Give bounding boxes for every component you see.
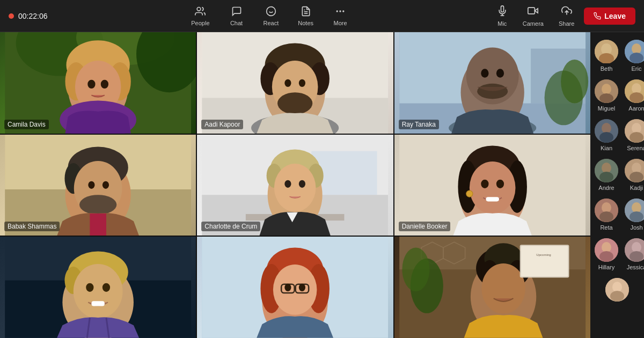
sidebar-participant-miguel[interactable]: Miguel bbox=[592, 77, 620, 114]
svg-rect-123 bbox=[521, 246, 568, 277]
sidebar-row-1: Beth Eric bbox=[592, 36, 642, 75]
chat-icon bbox=[231, 6, 242, 18]
nav-people-label: People bbox=[191, 20, 209, 26]
svg-point-61 bbox=[103, 181, 109, 188]
nav-chat[interactable]: Chat bbox=[222, 3, 252, 30]
avatar-eric bbox=[625, 40, 644, 63]
sidebar-participant-aaron[interactable]: Aaron bbox=[623, 77, 644, 114]
mic-label: Mic bbox=[497, 20, 507, 27]
svg-point-132 bbox=[602, 84, 611, 94]
sidebar-participant-hillary[interactable]: Hillary bbox=[592, 236, 620, 273]
svg-point-46 bbox=[496, 69, 503, 77]
sidebar-participant-kian[interactable]: Kian bbox=[592, 117, 620, 153]
svg-point-136 bbox=[630, 92, 643, 103]
video-cell-bottom2[interactable] bbox=[197, 237, 393, 338]
nav-notes[interactable]: Notes bbox=[290, 3, 321, 30]
sidebar-row-3: Kian Serena bbox=[592, 116, 642, 155]
svg-point-59 bbox=[79, 195, 116, 215]
svg-point-24 bbox=[101, 80, 108, 89]
svg-point-121 bbox=[481, 263, 525, 314]
avatar-kian bbox=[595, 119, 618, 143]
sidebar-participant-kadji[interactable]: Kadji bbox=[623, 157, 644, 193]
video-cell-danielle[interactable]: Danielle Booker bbox=[394, 135, 590, 236]
video-cell-camila[interactable]: Camila Davis bbox=[0, 32, 196, 134]
avatar-jessica bbox=[625, 238, 644, 262]
participant-name-aadi: Aadi Kapoor bbox=[201, 120, 243, 129]
leave-button[interactable]: Leave bbox=[584, 8, 635, 25]
sidebar-name-serena: Serena bbox=[627, 145, 644, 151]
svg-point-151 bbox=[599, 211, 613, 222]
svg-rect-82 bbox=[486, 197, 499, 201]
svg-point-83 bbox=[481, 179, 488, 188]
sidebar-participant-josh[interactable]: Josh bbox=[623, 196, 644, 233]
nav-react-label: React bbox=[264, 20, 279, 26]
svg-point-23 bbox=[87, 80, 95, 89]
svg-point-44 bbox=[477, 84, 508, 99]
sidebar-participant-beth[interactable]: Beth bbox=[592, 38, 620, 74]
nav-center: People Chat React bbox=[184, 3, 355, 30]
video-cell-bottom1[interactable] bbox=[0, 237, 196, 338]
svg-point-160 bbox=[630, 251, 643, 262]
sidebar-participant-eric[interactable]: Eric bbox=[623, 38, 644, 74]
nav-people[interactable]: People bbox=[184, 3, 217, 30]
sidebar-row-2: Miguel Aaron bbox=[592, 76, 642, 115]
svg-rect-12 bbox=[528, 8, 535, 14]
participants-sidebar: Beth Eric bbox=[590, 32, 644, 338]
svg-point-1 bbox=[267, 6, 276, 16]
video-cell-aadi[interactable]: Aadi Kapoor bbox=[197, 32, 393, 134]
participant-name-danielle: Danielle Booker bbox=[399, 222, 451, 231]
avatar-beth bbox=[595, 40, 618, 63]
avatar-extra bbox=[605, 278, 629, 302]
svg-point-154 bbox=[630, 211, 643, 222]
sidebar-row-5: Reta Josh bbox=[592, 195, 642, 234]
sidebar-name-beth: Beth bbox=[601, 65, 613, 72]
sidebar-name-kian: Kian bbox=[601, 145, 612, 151]
nav-chat-label: Chat bbox=[230, 20, 243, 26]
timer-area: 00:22:06 bbox=[9, 12, 48, 20]
sidebar-row-7 bbox=[592, 275, 642, 307]
sidebar-participant-reta[interactable]: Reta bbox=[592, 196, 620, 233]
camera-button[interactable]: Camera bbox=[517, 2, 549, 30]
sidebar-participant-jessica[interactable]: Jessica bbox=[623, 236, 644, 273]
svg-point-91 bbox=[74, 264, 123, 319]
nav-more[interactable]: More bbox=[325, 3, 355, 30]
share-button[interactable]: Share bbox=[553, 2, 580, 30]
share-label: Share bbox=[559, 20, 574, 27]
sidebar-participant-andre[interactable]: Andre bbox=[592, 157, 620, 193]
camera-icon bbox=[528, 5, 538, 19]
participant-name-camila: Camila Davis bbox=[4, 120, 49, 129]
video-cell-ray[interactable]: Ray Tanaka bbox=[394, 32, 590, 134]
avatar-kadji bbox=[625, 159, 644, 182]
avatar-josh bbox=[625, 199, 644, 222]
svg-point-115 bbox=[402, 248, 429, 292]
svg-point-139 bbox=[599, 132, 613, 143]
svg-point-0 bbox=[197, 7, 201, 11]
main-content: Camila Davis bbox=[0, 32, 644, 338]
nav-react[interactable]: React bbox=[256, 3, 287, 30]
svg-point-142 bbox=[630, 132, 643, 143]
svg-point-81 bbox=[469, 161, 515, 214]
avatar-aaron bbox=[625, 79, 644, 103]
sidebar-name-reta: Reta bbox=[600, 224, 612, 231]
svg-point-60 bbox=[88, 181, 94, 188]
svg-point-7 bbox=[340, 11, 341, 12]
svg-point-36 bbox=[285, 79, 291, 87]
sidebar-name-jessica: Jessica bbox=[627, 264, 644, 270]
sidebar-row-6: Hillary Jessica bbox=[592, 235, 642, 274]
svg-point-107 bbox=[285, 284, 291, 291]
mic-icon bbox=[497, 5, 508, 19]
sidebar-participant-extra[interactable] bbox=[603, 276, 631, 306]
participant-name-ray: Ray Tanaka bbox=[399, 120, 439, 129]
sidebar-participant-serena[interactable]: Serena bbox=[623, 117, 644, 153]
people-icon bbox=[195, 6, 206, 18]
svg-point-8 bbox=[343, 11, 344, 12]
more-icon bbox=[335, 6, 346, 18]
video-cell-charlotte[interactable]: Charlotte de Crum bbox=[197, 135, 393, 236]
video-cell-bottom3[interactable]: Upcoming bbox=[394, 237, 590, 338]
svg-point-145 bbox=[599, 172, 613, 182]
video-cell-babak[interactable]: Babak Shammas bbox=[0, 135, 196, 236]
svg-point-130 bbox=[630, 53, 643, 63]
svg-text:Upcoming: Upcoming bbox=[536, 253, 551, 256]
mic-button[interactable]: Mic bbox=[492, 2, 513, 30]
svg-point-6 bbox=[336, 11, 338, 12]
